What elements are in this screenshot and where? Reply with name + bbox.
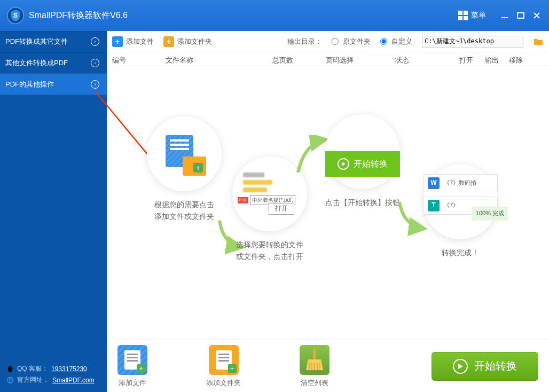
app-title: SmallPDF转换器软件V6.6 [29,10,458,21]
menu-button[interactable]: 菜单 [458,11,486,20]
tutorial-step-3: 开始转换 点击【开始转换】按钮 [317,114,408,208]
content-area: + 根据您的需要点击 添加文件或文件夹 [107,68,549,340]
clear-list-button[interactable]: 清空列表 [300,345,330,388]
step2-caption: 选择您要转换的文件 或文件夹，点击打开 [224,239,315,263]
col-pages: 总页数 [272,56,326,65]
minimize-button[interactable] [497,7,513,23]
output-path-input[interactable] [422,36,523,48]
add-folder-big-icon: + [209,345,239,375]
svg-point-4 [8,365,13,372]
bottombar: + 添加文件 + 添加文件夹 [107,340,549,392]
svg-rect-7 [313,349,316,359]
col-open: 打开 [459,56,485,65]
sidebar-item-pdf-to-other[interactable]: PDF转换成其它文件 › [0,31,107,52]
start-convert-mock-button: 开始转换 [325,151,400,177]
play-icon [338,158,349,170]
maximize-button[interactable] [513,7,529,23]
progress-badge: 100% 完成 [472,207,508,221]
add-folder-button[interactable]: + 添加文件夹 [163,36,212,47]
tutorial-step-1: + 根据您的需要点击 添加文件或文件夹 [139,116,230,223]
text-icon: T [428,200,440,211]
col-pagesel: 页码选择 [326,56,395,65]
start-label: 开始转换 [474,359,517,373]
result-filename: 《7》 [444,201,459,210]
sidebar-item-label: PDF转换成其它文件 [5,37,68,46]
sidebar: PDF转换成其它文件 › 其他文件转换成PDF › PDF的其他操作 › QQ … [0,31,107,392]
app-window: S SmallPDF转换器软件V6.6 菜单 PDF转换成其它文件 › 其他文件… [0,0,549,392]
col-status: 状态 [395,56,459,65]
svg-rect-2 [501,17,508,18]
menu-grid-icon [458,11,468,20]
col-remove: 移除 [509,56,533,65]
sidebar-footer: QQ 客服： 1933175230 官方网址： SmallPDF.com [0,357,107,392]
output-dir-label: 输出目录： [287,37,322,46]
site-link[interactable]: SmallPDF.com [52,377,95,384]
close-button[interactable] [529,7,545,23]
browse-folder-button[interactable] [533,37,544,46]
tutorial-step-4: W 《7》数码拍 T 《7》 100% 完成 转换完成！ [412,164,508,258]
col-output: 输出 [485,56,509,65]
chevron-right-icon: › [91,37,99,46]
qq-icon [6,365,14,373]
result-filename: 《7》数码拍 [444,178,476,188]
svg-rect-3 [517,13,524,18]
folder-icon [534,37,543,45]
add-file-big-icon: + [117,345,147,375]
add-folder-label: 添加文件夹 [177,37,212,46]
chevron-right-icon: › [91,80,99,89]
toolbar: + 添加文件 + 添加文件夹 输出目录： 原文件夹 自定义 [107,31,549,52]
result-item: W 《7》数码拍 [423,174,498,192]
add-folder-icon: + [163,36,174,47]
file-browser-mock: PDF 中外着名疑(*.pdf, 打开 [238,170,302,223]
word-icon: W [428,177,440,189]
add-file-icon: + [112,36,123,47]
svg-point-5 [7,377,13,383]
sidebar-item-label: PDF的其他操作 [5,80,54,89]
output-radio-custom[interactable]: 自定义 [380,37,412,46]
sidebar-item-label: 其他文件转换成PDF [5,58,68,68]
table-header: 编号 文件名称 总页数 页码选择 状态 打开 输出 移除 [107,52,549,68]
site-label: 官方网址： [17,375,49,385]
col-filename: 文件名称 [166,56,272,65]
app-logo-icon: S [6,6,25,25]
qq-link[interactable]: 1933175230 [51,365,87,373]
main-panel: + 添加文件 + 添加文件夹 输出目录： 原文件夹 自定义 [107,31,549,392]
menu-label: 菜单 [471,11,486,20]
play-icon [453,359,468,374]
col-id: 编号 [112,56,166,65]
tutorial-step-2: PDF 中外着名疑(*.pdf, 打开 选择您要转换的文件 或文件夹，点击打开 [224,156,315,263]
qq-label: QQ 客服： [17,364,48,373]
step4-caption: 转换完成！ [412,247,508,258]
sidebar-item-pdf-ops[interactable]: PDF的其他操作 › [0,74,107,95]
step3-caption: 点击【开始转换】按钮 [317,197,408,208]
output-radio-source[interactable]: 原文件夹 [332,37,371,46]
svg-text:S: S [13,12,18,19]
step1-caption: 根据您的需要点击 添加文件或文件夹 [139,199,230,223]
sidebar-item-other-to-pdf[interactable]: 其他文件转换成PDF › [0,52,107,74]
add-folder-big-button[interactable]: + 添加文件夹 [206,345,241,388]
add-file-label: 添加文件 [126,37,154,46]
add-file-button[interactable]: + 添加文件 [112,36,154,47]
titlebar: S SmallPDF转换器软件V6.6 菜单 [0,0,549,31]
mock-open-button: 打开 [269,203,294,215]
pdf-icon: PDF [238,197,248,203]
plus-icon: + [193,163,203,173]
start-convert-button[interactable]: 开始转换 [432,352,538,381]
chevron-right-icon: › [91,59,99,67]
broom-icon [300,345,330,375]
globe-icon [6,377,14,384]
add-file-big-button[interactable]: + 添加文件 [117,345,147,388]
